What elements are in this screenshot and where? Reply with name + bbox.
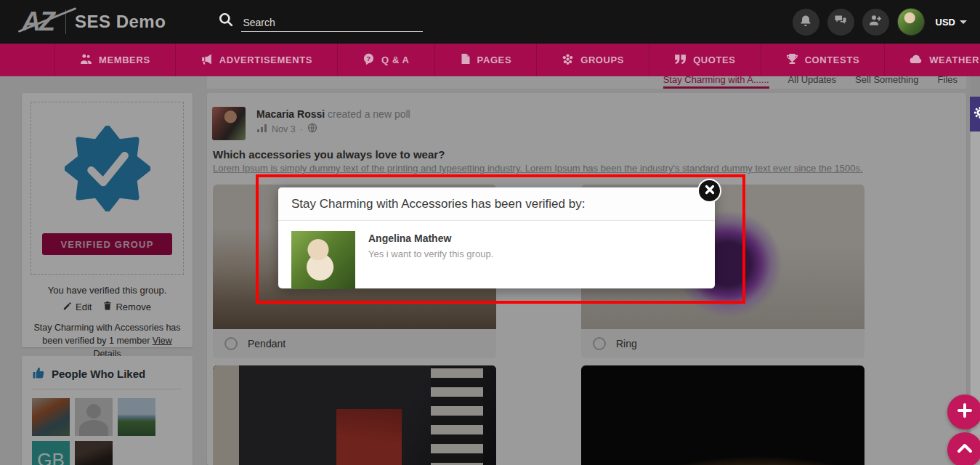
- gear-icon: [973, 105, 980, 123]
- members-icon: [80, 53, 92, 68]
- nav-item-groups[interactable]: GROUPS: [536, 44, 649, 76]
- add-post-fab[interactable]: [947, 395, 980, 429]
- nav-label: WEATHER: [929, 54, 979, 65]
- cloud-icon: [910, 54, 923, 66]
- groups-icon: [562, 53, 574, 68]
- member-photo: [291, 231, 355, 289]
- primary-navigation: MEMBERS ADVERTISEMENTS ? Q & A PAGES GRO…: [0, 44, 980, 76]
- nav-label: Q & A: [381, 54, 410, 65]
- notifications-button[interactable]: [793, 9, 819, 36]
- chevron-down-icon: [960, 20, 967, 24]
- nav-label: CONTESTS: [805, 54, 860, 65]
- site-logo[interactable]: AZ SES Demo: [22, 7, 166, 36]
- nav-item-members[interactable]: MEMBERS: [54, 44, 175, 76]
- plus-icon: [957, 403, 973, 421]
- member-comment: Yes i want to verify this group.: [368, 248, 493, 259]
- header-search: [218, 12, 423, 32]
- megaphone-icon: [201, 53, 213, 68]
- scroll-to-top-fab[interactable]: [947, 432, 980, 465]
- nav-label: QUOTES: [693, 54, 736, 65]
- nav-label: GROUPS: [580, 54, 624, 65]
- nav-label: MEMBERS: [99, 54, 150, 65]
- nav-label: ADVERTISEMENTS: [219, 54, 312, 65]
- chevron-up-icon: [957, 443, 973, 456]
- nav-item-weather[interactable]: WEATHER: [884, 44, 980, 76]
- bell-icon: [799, 14, 812, 30]
- nav-item-pages[interactable]: PAGES: [434, 44, 537, 76]
- chat-bubbles-icon: [834, 14, 847, 30]
- quotes-icon: [674, 54, 687, 67]
- modal-title: Stay Charming with Accessories has been …: [291, 197, 585, 211]
- nav-item-advertisements[interactable]: ADVERTISEMENTS: [175, 44, 337, 76]
- verified-by-modal: Stay Charming with Accessories has been …: [278, 187, 715, 288]
- close-button[interactable]: [697, 179, 721, 203]
- user-avatar[interactable]: [897, 8, 925, 36]
- friend-requests-button[interactable]: [862, 9, 889, 36]
- user-plus-icon: [869, 14, 882, 30]
- top-header: AZ SES Demo USD: [0, 0, 980, 44]
- svg-text:?: ?: [366, 54, 370, 62]
- trophy-icon: [786, 53, 798, 68]
- logo-az-mark: AZ: [22, 7, 58, 36]
- search-icon: [218, 12, 234, 31]
- nav-label: PAGES: [477, 54, 512, 65]
- currency-label: USD: [936, 17, 955, 28]
- messages-button[interactable]: [827, 9, 854, 36]
- close-icon: [705, 185, 715, 198]
- nav-item-contests[interactable]: CONTESTS: [761, 44, 885, 76]
- nav-item-qa[interactable]: ? Q & A: [337, 44, 434, 76]
- member-name[interactable]: Angelina Mathew: [368, 232, 493, 244]
- settings-flyout-tab[interactable]: [970, 97, 980, 132]
- nav-item-quotes[interactable]: QUOTES: [649, 44, 761, 76]
- currency-selector[interactable]: USD: [936, 17, 967, 28]
- search-input[interactable]: [241, 14, 423, 32]
- question-icon: ?: [363, 53, 375, 68]
- page-icon: [460, 53, 471, 67]
- site-title: SES Demo: [75, 12, 166, 32]
